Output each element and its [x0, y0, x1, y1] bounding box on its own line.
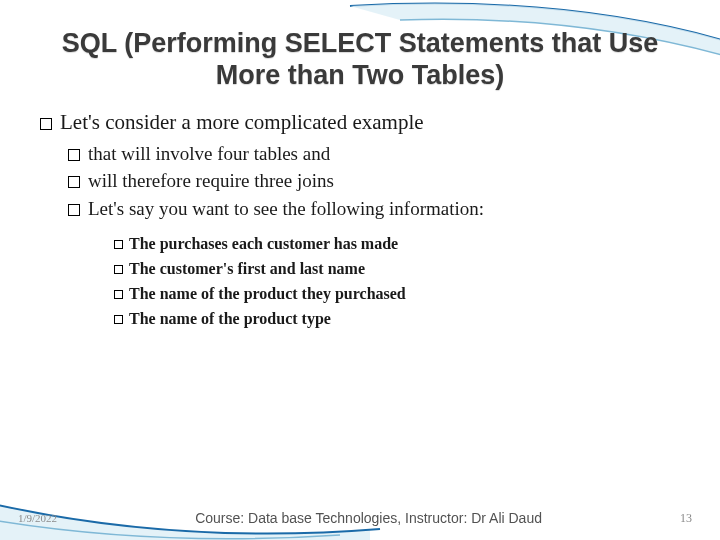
square-bullet-icon [40, 118, 52, 130]
square-bullet-icon [68, 204, 80, 216]
bullet-text: The name of the product type [129, 310, 331, 327]
footer-course: Course: Data base Technologies, Instruct… [57, 510, 680, 526]
slide-content: SQL (Performing SELECT Statements that U… [0, 0, 720, 330]
bullet-level2: Let's say you want to see the following … [68, 196, 680, 222]
square-bullet-icon [114, 315, 123, 324]
bullet-level3: The customer's first and last name [114, 257, 680, 280]
bullet-text: will therefore require three joins [88, 170, 334, 191]
square-bullet-icon [114, 240, 123, 249]
bullet-level3: The name of the product they purchased [114, 282, 680, 305]
bullet-level3: The purchases each customer has made [114, 232, 680, 255]
square-bullet-icon [68, 149, 80, 161]
bullet-level1: Let's consider a more complicated exampl… [40, 110, 680, 135]
footer-page-number: 13 [680, 511, 692, 526]
slide-title: SQL (Performing SELECT Statements that U… [40, 28, 680, 92]
square-bullet-icon [114, 265, 123, 274]
bullet-text: The purchases each customer has made [129, 235, 398, 252]
bullet-text: The name of the product they purchased [129, 285, 406, 302]
bullet-text: Let's say you want to see the following … [88, 198, 484, 219]
bullet-level3: The name of the product type [114, 307, 680, 330]
bullet-text: The customer's first and last name [129, 260, 365, 277]
bullet-text: Let's consider a more complicated exampl… [60, 110, 424, 134]
square-bullet-icon [68, 176, 80, 188]
bullet-list: Let's consider a more complicated exampl… [40, 110, 680, 331]
slide-footer: 1/9/2022 Course: Data base Technologies,… [0, 510, 720, 526]
bullet-text: that will involve four tables and [88, 143, 330, 164]
footer-date: 1/9/2022 [18, 512, 57, 524]
square-bullet-icon [114, 290, 123, 299]
bullet-level2: will therefore require three joins [68, 168, 680, 194]
bullet-level2: that will involve four tables and [68, 141, 680, 167]
